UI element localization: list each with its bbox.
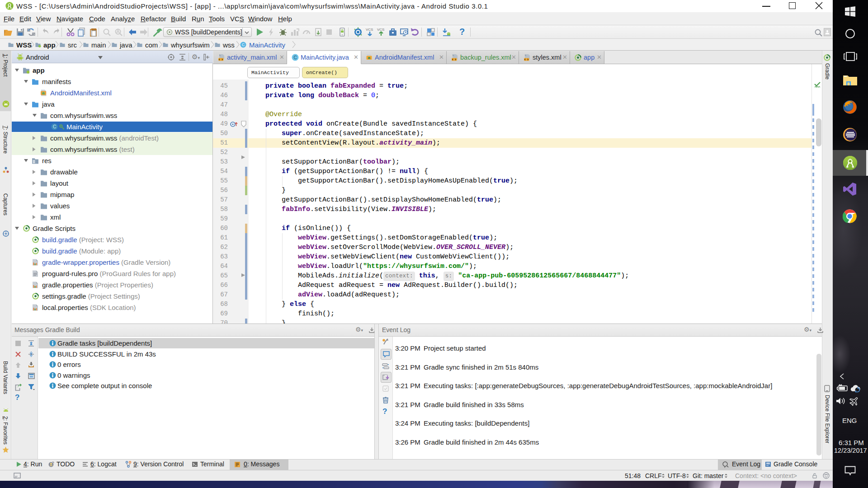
svg-text:C: C xyxy=(293,55,297,60)
svg-text:VCS: VCS xyxy=(377,28,384,32)
svg-text:VCS: VCS xyxy=(366,28,373,32)
svg-text:C: C xyxy=(242,42,245,47)
svg-text:C: C xyxy=(53,124,56,129)
